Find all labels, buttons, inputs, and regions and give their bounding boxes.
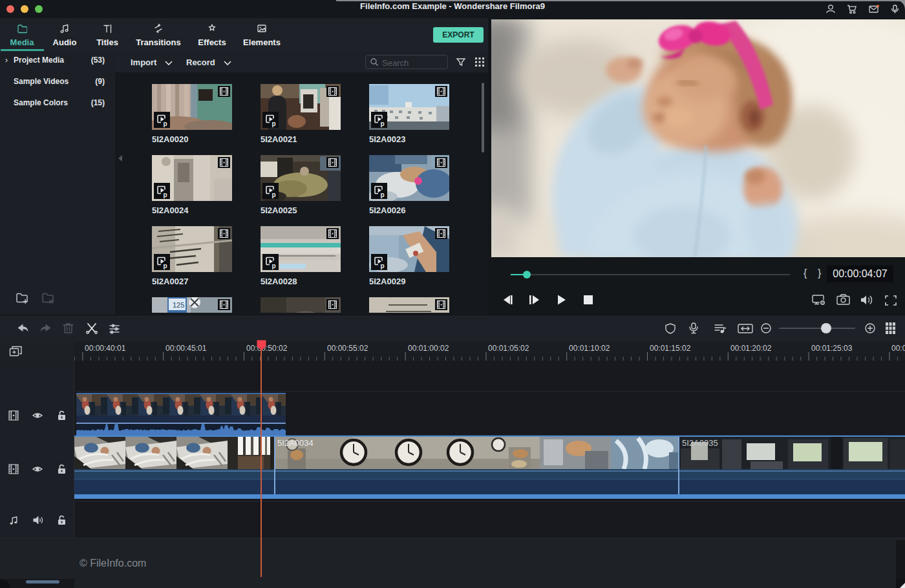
svg-text:p: p xyxy=(272,262,276,269)
svg-text:p: p xyxy=(381,262,385,269)
svg-text:125: 125 xyxy=(173,301,184,309)
svg-text:p: p xyxy=(164,120,167,127)
svg-text:5I2A0035: 5I2A0035 xyxy=(682,438,718,448)
svg-text:p: p xyxy=(164,262,167,269)
svg-text:p: p xyxy=(164,191,167,198)
svg-text:p: p xyxy=(272,120,276,127)
svg-text:5I2A0034: 5I2A0034 xyxy=(277,438,314,448)
svg-text:p: p xyxy=(272,191,276,198)
svg-text:p: p xyxy=(381,191,385,198)
svg-text:p: p xyxy=(381,120,385,127)
